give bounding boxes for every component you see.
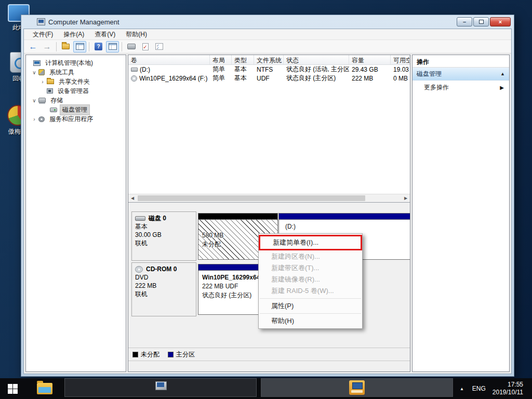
column-header-volume[interactable]: 卷: [128, 55, 210, 64]
tree-item-shared-folders[interactable]: › 共享文件夹: [26, 77, 126, 86]
console-tree-toggle-button[interactable]: [73, 41, 86, 52]
menu-separator: [260, 298, 361, 299]
checklist-icon: ✓ ✓: [155, 43, 163, 50]
column-header-filesystem[interactable]: 文件系统: [254, 55, 284, 64]
disk-management-icon: [50, 108, 57, 112]
cdrom-label-box[interactable]: CD-ROM 0 DVD 222 MB 联机: [131, 262, 196, 316]
console-button[interactable]: [125, 41, 138, 52]
scrollbar-thumb[interactable]: [138, 195, 365, 201]
close-button[interactable]: ×: [490, 17, 511, 26]
language-indicator[interactable]: ENG: [469, 385, 489, 392]
chevron-expanded-icon[interactable]: ∨: [31, 98, 37, 103]
tree-item-system-tools[interactable]: ∨ 系统工具: [26, 68, 126, 77]
clock-date: 2019/10/11: [493, 389, 523, 396]
tree-item-services-applications[interactable]: › 服务和应用程序: [26, 114, 126, 124]
disk0-label-box[interactable]: 磁盘 0 基本 30.00 GB 联机: [131, 211, 196, 261]
services-icon: [38, 116, 45, 122]
window-title: Computer Management: [48, 18, 119, 26]
horizontal-scrollbar[interactable]: ◀ ▶: [128, 194, 410, 202]
primary-color-band: [279, 214, 410, 220]
menu-bar: 文件(F) 操作(A) 查看(V) 帮助(H): [24, 29, 511, 40]
menu-item-new-mirrored-volume: 新建镜像卷(R)...: [259, 274, 362, 285]
tree-item-device-manager[interactable]: 设备管理器: [26, 86, 126, 96]
action-pane-toggle-button[interactable]: [106, 41, 119, 52]
restore-button[interactable]: [473, 17, 489, 26]
menu-action[interactable]: 操作(A): [59, 29, 89, 40]
taskbar: ▲ ENG 17:55 2019/10/11: [0, 378, 532, 399]
chevron-expanded-icon[interactable]: ∨: [31, 70, 37, 75]
start-button[interactable]: [0, 378, 25, 399]
tree-item-computer-management[interactable]: 计算机管理(本地): [26, 58, 126, 68]
column-header-capacity[interactable]: 容量: [349, 55, 391, 64]
column-header-layout[interactable]: 布局: [210, 55, 232, 64]
unallocated-color-band: [198, 214, 277, 220]
scroll-left-icon[interactable]: ◀: [128, 196, 137, 201]
menu-help[interactable]: 帮助(H): [121, 29, 152, 40]
title-bar[interactable]: Computer Management – ×: [21, 15, 514, 29]
minimize-icon: –: [463, 19, 466, 25]
back-button[interactable]: ←: [26, 41, 39, 52]
column-header-type[interactable]: 类型: [232, 55, 254, 64]
shared-folder-icon: [47, 79, 54, 84]
chevron-collapsed-icon[interactable]: ›: [31, 116, 37, 122]
taskbar-aomei-app[interactable]: [261, 378, 453, 397]
cdrom-icon: [135, 266, 143, 273]
minimize-button[interactable]: –: [457, 17, 472, 26]
submenu-arrow-icon: ▶: [500, 85, 504, 90]
tray-overflow-icon[interactable]: ▲: [455, 387, 469, 391]
menu-item-new-striped-volume: 新建带区卷(T)...: [259, 262, 362, 274]
collapse-icon[interactable]: ▲: [500, 71, 505, 76]
back-icon: ←: [29, 43, 37, 51]
properties-check-icon: ✓: [142, 43, 149, 50]
menu-item-help[interactable]: 帮助(H): [259, 315, 362, 327]
unallocated-swatch-icon: [132, 352, 138, 357]
file-explorer-icon: [37, 383, 52, 394]
help-icon: ?: [95, 43, 102, 50]
tree-item-storage[interactable]: ∨ 存储: [26, 96, 126, 105]
actions-group-disk-management[interactable]: 磁盘管理 ▲: [413, 68, 509, 81]
partition-legend: 未分配 主分区: [128, 348, 410, 361]
taskbar-clock[interactable]: 17:55 2019/10/11: [489, 381, 528, 396]
tree-item-disk-management[interactable]: 磁盘管理: [26, 105, 126, 114]
export-list-button[interactable]: ✓ ✓: [153, 41, 166, 52]
clock-time: 17:55: [493, 381, 523, 389]
menu-item-new-raid5-volume: 新建 RAID-5 卷(W)...: [259, 285, 362, 297]
up-level-button[interactable]: [59, 41, 72, 52]
menu-view[interactable]: 查看(V): [90, 29, 120, 40]
taskbar-computer-management[interactable]: [64, 378, 257, 397]
more-actions-item[interactable]: 更多操作 ▶: [413, 81, 509, 94]
action-pane-icon: [109, 43, 117, 50]
computer-management-icon: [154, 381, 167, 394]
column-header-status[interactable]: 状态: [284, 55, 349, 64]
drive-icon: [131, 68, 138, 72]
column-header-free-space[interactable]: 可用空间: [391, 55, 410, 64]
menu-file[interactable]: 文件(F): [28, 29, 58, 40]
actions-pane: 操作 磁盘管理 ▲ 更多操作 ▶: [412, 55, 510, 372]
system-tools-icon: [38, 69, 45, 75]
computer-icon: [33, 60, 41, 66]
toolbar-separator: [89, 42, 89, 51]
menu-item-properties[interactable]: 属性(P): [259, 300, 362, 312]
volume-row-f[interactable]: Win10PE_16299x64 (F:) 简单 基本 UDF 状态良好 (主分…: [128, 74, 410, 83]
restore-icon: [479, 20, 484, 24]
help-button[interactable]: ?: [92, 41, 105, 52]
properties-button[interactable]: ✓: [139, 41, 152, 52]
forward-button[interactable]: →: [41, 41, 54, 52]
volume-list-header: 卷 布局 类型 文件系统 状态 容量 可用空间: [128, 55, 410, 65]
disk-icon: [135, 216, 145, 221]
scroll-right-icon[interactable]: ▶: [402, 196, 410, 201]
console-tree-pane: 计算机管理(本地) ∨ 系统工具 › 共享文件夹 设备管理器 ∨: [25, 55, 126, 372]
menu-item-new-spanned-volume: 新建跨区卷(N)...: [259, 251, 362, 262]
folder-up-icon: [62, 44, 70, 49]
storage-icon: [38, 98, 46, 103]
window-icon: [37, 18, 45, 25]
close-icon: ×: [499, 19, 502, 25]
taskbar-file-explorer[interactable]: [32, 378, 57, 399]
console-window-icon: [127, 44, 136, 49]
volume-row-d[interactable]: (D:) 简单 基本 NTFS 状态良好 (活动, 主分区) 29.43 GB …: [128, 65, 410, 74]
system-tray: ▲ ENG 17:55 2019/10/11: [455, 378, 532, 399]
console-tree-icon: [76, 43, 84, 50]
toolbar-separator: [122, 42, 122, 51]
menu-item-new-simple-volume[interactable]: 新建简单卷(I)...: [260, 236, 361, 249]
chevron-collapsed-icon[interactable]: ›: [39, 79, 46, 85]
